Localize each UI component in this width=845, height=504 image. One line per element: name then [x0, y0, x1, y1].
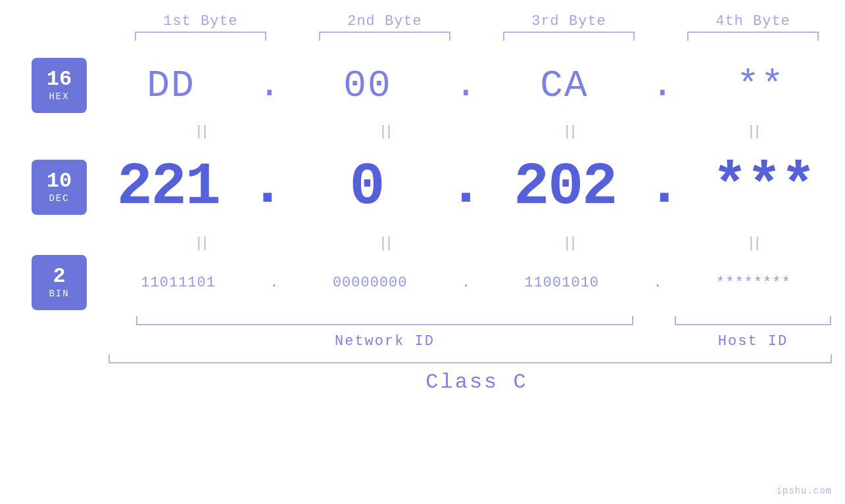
dec-dot-1: .: [250, 156, 285, 221]
column-headers: 1st Byte 2nd Byte 3rd Byte 4th Byte: [0, 13, 845, 30]
bin-base-number: 2: [53, 266, 65, 287]
bin-value-4: ********: [716, 275, 791, 291]
watermark: ipshu.com: [776, 486, 832, 496]
bracket-cell-1: [109, 32, 293, 41]
host-bracket-wrap: [661, 316, 845, 329]
hex-badge: 16 HEX: [32, 58, 87, 113]
hex-cell-2: 00: [283, 64, 452, 107]
eq1-3: ||: [477, 124, 661, 140]
col-header-4: 4th Byte: [661, 13, 845, 30]
hex-cell-4: **: [677, 64, 845, 107]
eq2-2: ||: [293, 235, 477, 252]
dec-cell-2: 0: [285, 154, 448, 221]
bin-data-cells: 11011101 . 00000000 . 11001010 . *******…: [87, 275, 845, 291]
host-bracket: [675, 316, 831, 325]
hex-data-cells: DD . 00 . CA . **: [87, 64, 845, 107]
dec-row: 10 DEC 221 . 0 . 202 . ***: [0, 141, 845, 233]
hex-value-3: CA: [540, 64, 589, 107]
dec-cell-1: 221: [87, 154, 250, 221]
bracket-cell-4: [661, 32, 845, 41]
hex-dot-1: .: [258, 66, 281, 104]
bin-value-2: 00000000: [333, 275, 408, 291]
col-header-1: 1st Byte: [109, 13, 293, 30]
eq2-4: ||: [661, 235, 845, 252]
id-labels-row: Network ID Host ID: [0, 329, 845, 353]
dec-data-cells: 221 . 0 . 202 . ***: [87, 154, 845, 221]
dec-cell-4: ***: [682, 154, 845, 221]
bin-cell-2: 00000000: [279, 275, 462, 291]
class-bracket: [109, 354, 832, 363]
dec-badge: 10 DEC: [32, 160, 87, 215]
eq2-3: ||: [477, 235, 661, 252]
bin-dot-3: .: [653, 275, 662, 291]
hex-value-4: **: [736, 64, 785, 107]
bin-value-1: 11011101: [141, 275, 216, 291]
hex-cell-1: DD: [87, 64, 255, 107]
bin-value-3: 11001010: [524, 275, 599, 291]
dec-value-1: 221: [117, 154, 220, 221]
top-bracket-4: [687, 32, 819, 41]
network-bracket-wrap: [109, 316, 661, 329]
bracket-cell-2: [293, 32, 477, 41]
bin-dot-2: .: [462, 275, 470, 291]
class-bracket-row: [0, 354, 845, 367]
col-header-3: 3rd Byte: [477, 13, 661, 30]
eq2-1: ||: [109, 235, 293, 252]
dec-base-label: DEC: [49, 193, 69, 204]
bin-cell-3: 11001010: [470, 275, 653, 291]
hex-base-label: HEX: [49, 91, 69, 102]
hex-cell-3: CA: [480, 64, 648, 107]
dec-value-2: 0: [350, 154, 384, 221]
equals-row-2: || || || ||: [0, 233, 845, 253]
class-label-row: Class C: [0, 370, 845, 394]
dec-base-number: 10: [47, 171, 72, 192]
bin-row: 2 BIN 11011101 . 00000000 . 11001010 . *…: [0, 253, 845, 312]
bin-dot-1: .: [270, 275, 278, 291]
top-bracket-2: [319, 32, 450, 41]
host-id-label: Host ID: [718, 333, 788, 350]
hex-value-1: DD: [147, 64, 195, 107]
bin-base-label: BIN: [49, 288, 69, 299]
dec-dot-3: .: [646, 156, 682, 221]
network-id-label: Network ID: [335, 333, 435, 350]
eq1-2: ||: [293, 124, 477, 140]
bracket-cell-3: [477, 32, 661, 41]
dec-dot-2: .: [448, 156, 483, 221]
top-bracket-1: [135, 32, 266, 41]
top-bracket-row: [0, 30, 845, 43]
bin-cell-1: 11011101: [87, 275, 270, 291]
eq1-4: ||: [661, 124, 845, 140]
dec-cell-3: 202: [484, 154, 647, 221]
col-header-2: 2nd Byte: [293, 13, 477, 30]
eq1-1: ||: [109, 124, 293, 140]
bin-cell-4: ********: [662, 275, 845, 291]
bottom-bracket-row: [0, 316, 845, 329]
bin-badge: 2 BIN: [32, 255, 87, 310]
hex-base-number: 16: [47, 69, 72, 90]
hex-value-2: 00: [343, 64, 392, 107]
dec-value-3: 202: [514, 154, 616, 221]
hex-dot-2: .: [454, 66, 477, 104]
network-bracket: [136, 316, 633, 325]
equals-row-1: || || || ||: [0, 122, 845, 141]
network-label-wrap: Network ID: [109, 333, 661, 350]
class-label: Class C: [425, 370, 527, 394]
host-label-wrap: Host ID: [661, 333, 845, 350]
dec-value-4: ***: [712, 154, 815, 221]
hex-dot-3: .: [651, 66, 674, 104]
top-bracket-3: [503, 32, 635, 41]
main-container: 1st Byte 2nd Byte 3rd Byte 4th Byte 16 H…: [0, 0, 845, 504]
hex-row: 16 HEX DD . 00 . CA . **: [0, 49, 845, 122]
